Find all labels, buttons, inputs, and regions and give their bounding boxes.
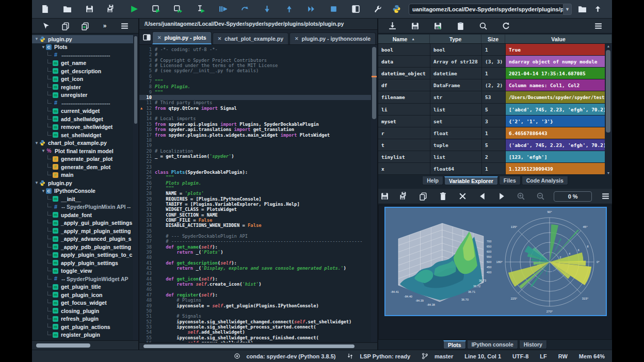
debug-file-button[interactable] xyxy=(215,3,230,16)
run-cell-advance-button[interactable] xyxy=(170,3,186,16)
chevron-expanded-icon[interactable]: ▼ xyxy=(41,189,46,193)
column-header-size[interactable]: Size xyxy=(481,35,505,43)
chevron-expanded-icon[interactable]: ▼ xyxy=(41,45,46,50)
outline-item[interactable]: mget_plugin_actions xyxy=(32,323,133,331)
pane-tab[interactable]: Files xyxy=(499,176,521,185)
expand-icon[interactable] xyxy=(77,19,93,32)
save-button[interactable] xyxy=(82,3,97,16)
outline-item[interactable]: mapply_plugin_settings_to_c xyxy=(32,251,133,259)
outline-item[interactable]: ▼CIPythonConsole xyxy=(32,187,133,195)
outline-item[interactable]: m_apply_advanced_plugin_s xyxy=(32,235,133,243)
go-to-cursor-icon[interactable] xyxy=(38,19,54,32)
outline-item[interactable]: mupdate_font xyxy=(32,211,133,219)
outline-item[interactable]: mregister xyxy=(32,83,133,91)
maximize-pane-button[interactable] xyxy=(348,3,363,16)
outline-item[interactable]: m_apply_mpl_plugin_setting xyxy=(32,227,133,235)
outline-item[interactable]: ▼CPlots xyxy=(32,43,133,52)
open-file-button[interactable] xyxy=(59,3,75,16)
outline-horizontal-scrollbar[interactable] xyxy=(32,340,138,350)
continue-button[interactable] xyxy=(303,3,319,16)
close-tab-icon[interactable]: ✕ xyxy=(218,36,222,41)
outline-item[interactable]: Fmain xyxy=(32,171,133,179)
variable-row[interactable]: dfDataFrame(2, 2)Column names: Col1, Col… xyxy=(378,79,605,91)
run-selection-button[interactable] xyxy=(192,3,208,16)
chevron-expanded-icon[interactable]: ▼ xyxy=(34,141,39,145)
remove-plot-button[interactable] xyxy=(437,190,449,203)
outline-item[interactable]: mget_plugin_title xyxy=(32,283,133,291)
outline-item[interactable]: mrefresh_plugin xyxy=(32,315,133,323)
code-editor[interactable]: 1# -*- coding: utf-8 -*-2#3# Copyright ©… xyxy=(139,45,371,342)
editor-tab[interactable]: ✕chart_plot_example.py xyxy=(213,32,288,44)
plot-figure[interactable]: 700650600550500450400-84.41-84.40-84.39-… xyxy=(384,207,607,316)
outline-item[interactable]: Fgenerate_polar_plot xyxy=(32,155,133,163)
plots-options-menu-button[interactable] xyxy=(599,190,612,203)
browse-directory-button[interactable] xyxy=(578,3,587,16)
save-data-as-button[interactable] xyxy=(430,19,445,32)
preferences-button[interactable] xyxy=(370,3,385,16)
column-header-name[interactable]: Name▲ xyxy=(378,35,430,43)
outline-item[interactable]: mregister_plugin xyxy=(32,331,133,339)
working-directory-combo[interactable]: uanitagomez/Local/Dev-Spyder/spyder/spyd… xyxy=(409,4,572,15)
reset-namespace-button[interactable] xyxy=(453,19,468,32)
close-tab-icon[interactable]: ✕ xyxy=(295,36,299,41)
variable-row[interactable]: rfloat16.46567886443 xyxy=(378,127,605,139)
editor-tab[interactable]: ✕plugin.py - ipythonconsole xyxy=(289,32,376,44)
zoom-out-button[interactable] xyxy=(534,190,547,203)
pane-tab[interactable]: IPython console xyxy=(467,340,518,349)
outline-item[interactable]: madd_shellwidget xyxy=(32,115,133,123)
outline-item[interactable]: m_apply_gui_plugin_settings xyxy=(32,219,133,227)
outline-item[interactable]: #-- SpyderPluginMixin API -- xyxy=(32,203,133,211)
outline-item[interactable]: ▼chart_plot_example.py xyxy=(32,139,133,147)
variable-row[interactable]: filenamestr53/Users/Documents/spyder/spy… xyxy=(378,91,605,104)
previous-plot-button[interactable] xyxy=(476,190,489,203)
outline-item[interactable]: #--------------------------- xyxy=(32,51,133,59)
variable-row[interactable]: xfloat6411.1235123099439 xyxy=(378,163,605,175)
variable-row[interactable]: lilist5['abcd', 745, 2.23, 'efgh', 70.2] xyxy=(378,104,605,116)
outline-item[interactable]: mget_focus_widget xyxy=(32,299,133,307)
search-button[interactable] xyxy=(475,19,491,32)
browse-tabs-button[interactable] xyxy=(142,31,151,43)
outline-vertical-scrollbar[interactable] xyxy=(133,34,138,340)
outline-item[interactable]: mget_plugin_icon xyxy=(32,291,133,299)
working-directory-value[interactable]: uanitagomez/Local/Dev-Spyder/spyder/spyd… xyxy=(409,4,564,15)
chevron-down-icon[interactable]: ▼ xyxy=(564,4,572,15)
show-more-icon[interactable]: » xyxy=(97,19,112,32)
outline-item[interactable]: #--------------------------- xyxy=(32,99,133,107)
variable-row[interactable]: boolbool1True xyxy=(378,44,605,56)
pane-tab[interactable]: Help xyxy=(422,176,443,185)
variable-row[interactable]: mysetset3{'2', '1', '3'} xyxy=(378,116,605,127)
editor-horizontal-scrollbar[interactable] xyxy=(139,342,377,350)
column-header-type[interactable]: Type xyxy=(430,35,481,43)
close-all-plots-button[interactable] xyxy=(456,190,469,203)
variable-explorer-options-menu-button[interactable] xyxy=(590,19,606,32)
stop-button[interactable] xyxy=(326,3,341,16)
outline-item[interactable]: mapply_plugin_settings xyxy=(32,259,133,267)
outline-item[interactable]: mset_shellwidget xyxy=(32,131,133,139)
save-plot-button[interactable] xyxy=(378,190,391,203)
outline-item[interactable]: mcurrent_widget xyxy=(32,107,133,116)
parent-directory-button[interactable] xyxy=(593,3,602,16)
close-tab-icon[interactable]: ✕ xyxy=(157,35,162,40)
pane-tab[interactable]: Plots xyxy=(443,340,466,349)
editor-vertical-scrollbar[interactable] xyxy=(371,45,377,342)
outline-item[interactable]: #-- SpyderPluginWidget AP xyxy=(32,275,133,283)
chevron-expanded-icon[interactable]: ▼ xyxy=(34,180,39,185)
outline-item[interactable]: munregister xyxy=(32,91,133,100)
outline-item[interactable]: m__init__ xyxy=(32,195,133,203)
step-over-button[interactable] xyxy=(237,3,252,16)
step-into-button[interactable] xyxy=(259,3,275,16)
zoom-in-button[interactable] xyxy=(515,190,528,203)
outline-item[interactable]: Fgenerate_dem_plot xyxy=(32,163,133,171)
outline-item[interactable]: ▼plugin.py xyxy=(32,179,133,187)
import-data-button[interactable] xyxy=(384,19,400,32)
variable-row[interactable]: dataArray of str128(3, 3)ndarray object … xyxy=(378,56,605,68)
column-header-value[interactable]: Value xyxy=(505,35,612,43)
run-button[interactable] xyxy=(126,3,141,16)
outline-item[interactable]: mremove_shellwidget xyxy=(32,123,133,131)
options-menu-icon[interactable] xyxy=(117,19,132,32)
outline-item[interactable]: ▼plugin.py xyxy=(32,35,133,43)
outline-item[interactable]: mget_description xyxy=(32,67,133,75)
pane-tab[interactable]: Code Analysis xyxy=(522,176,568,185)
variable-row[interactable]: ttuple5('abcd', 745, 2.23, 'efgh', 70.2) xyxy=(378,139,605,151)
outline-item[interactable]: mtoggle_view xyxy=(32,267,133,275)
